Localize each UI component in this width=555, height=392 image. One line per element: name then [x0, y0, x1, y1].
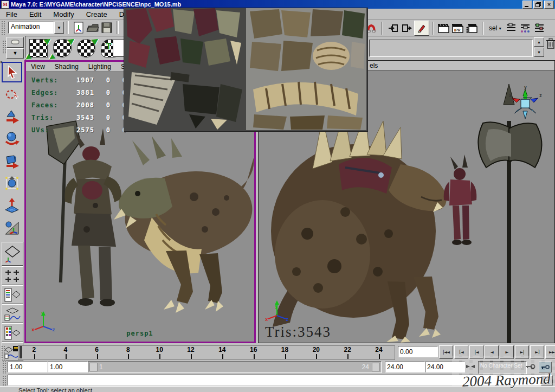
- trash-button[interactable]: [546, 38, 555, 49]
- previous-frame-button[interactable]: |◄: [469, 345, 483, 359]
- selection-mask-dropdown[interactable]: sel ▼: [487, 23, 504, 33]
- playback-controls: |◄◄ [◄ |◄ ◄ ► ►| ►] ►►|: [439, 345, 555, 359]
- shelf-tab-icon: [11, 40, 20, 44]
- new-scene-button[interactable]: [72, 21, 86, 35]
- range-start-label: 1: [99, 363, 103, 371]
- window-title: Maya 7.0: E:\MYGAME\character\NPC\SENCE\…: [11, 1, 181, 8]
- character-set-menu-button[interactable]: [464, 362, 477, 371]
- playback-end-field[interactable]: [385, 362, 425, 372]
- go-to-start-button[interactable]: |◄◄: [439, 345, 453, 359]
- range-slider-drag-handle[interactable]: [2, 360, 7, 374]
- tris-count-readout: Tris:3543: [265, 324, 331, 340]
- scale-tool-button[interactable]: [2, 151, 22, 171]
- time-slider-drag-handle[interactable]: [1, 345, 6, 359]
- render-current-frame-button[interactable]: [437, 21, 451, 35]
- soft-modification-button[interactable]: [2, 195, 22, 216]
- shelf-scroll-down-button[interactable]: ▼: [534, 48, 544, 57]
- universal-manipulator-button[interactable]: [2, 173, 22, 194]
- menu-modify[interactable]: Modify: [47, 10, 80, 19]
- shelf-menu-button[interactable]: ▼: [7, 48, 24, 59]
- lasso-tool-button[interactable]: [2, 84, 22, 105]
- go-to-end-button[interactable]: ►►|: [545, 345, 555, 359]
- mode-selector-dropdown[interactable]: Animation ▼: [8, 22, 64, 34]
- mode-selector-value: Animation: [8, 22, 54, 34]
- layout-hypershade-persp-button[interactable]: [2, 323, 23, 342]
- restore-button[interactable]: [533, 1, 543, 9]
- timeline-tick: 8: [112, 346, 144, 359]
- svg-text:y: y: [275, 304, 278, 309]
- layout-persp-graph-button[interactable]: [2, 304, 23, 323]
- minimize-button[interactable]: [522, 1, 532, 9]
- output-connection-button[interactable]: [400, 21, 414, 35]
- auto-key-icon: [541, 364, 550, 370]
- channel-box-button[interactable]: [518, 21, 532, 35]
- save-scene-button[interactable]: [100, 21, 114, 35]
- key-icon: [526, 364, 535, 369]
- scale-tool-icon: [4, 153, 20, 169]
- view-compass[interactable]: y x z: [508, 86, 543, 120]
- next-frame-button[interactable]: ►|: [515, 345, 529, 359]
- render-globals-icon: [466, 23, 478, 33]
- range-bar[interactable]: 1 24: [88, 361, 382, 373]
- range-slider-row: 1 24 No Character Set: [0, 360, 555, 374]
- viewport-menu-view[interactable]: View: [26, 63, 50, 70]
- hud-label: Verts:: [31, 76, 66, 84]
- shelf-scroll-up-button[interactable]: ▲: [534, 37, 544, 47]
- shelf-item-texture-2[interactable]: ▶▶: [51, 37, 73, 59]
- next-key-button[interactable]: ►]: [530, 345, 544, 359]
- select-tool-button[interactable]: [2, 62, 22, 82]
- layout-outliner-persp-button[interactable]: [2, 285, 23, 304]
- rotate-tool-button[interactable]: [2, 128, 22, 149]
- four-pane-icon: [4, 269, 21, 283]
- shelf-item-texture-3[interactable]: ▶: [75, 37, 97, 59]
- ipr-render-button[interactable]: IPR: [451, 21, 465, 35]
- open-scene-button[interactable]: [86, 21, 100, 35]
- play-forwards-button[interactable]: ►: [500, 345, 514, 359]
- hud-label: UVs:: [31, 126, 66, 134]
- animation-start-field[interactable]: [8, 362, 48, 372]
- toolbar-drag-handle[interactable]: [1, 21, 6, 35]
- chevron-down-icon[interactable]: ▼: [54, 22, 64, 34]
- play-backwards-button[interactable]: ◄: [485, 345, 499, 359]
- close-button[interactable]: ×: [544, 1, 554, 9]
- single-pane-icon: [4, 245, 21, 262]
- set-key-button[interactable]: [525, 362, 537, 371]
- hypershade-persp-icon: [4, 326, 21, 340]
- input-connection-button[interactable]: [386, 21, 400, 35]
- previous-key-button[interactable]: [◄: [454, 345, 468, 359]
- tick-label: 6: [95, 346, 99, 354]
- time-slider-track[interactable]: 2 4 6 8 10 12 14 16 18 20 22 24: [18, 345, 395, 360]
- tool-settings-button[interactable]: [532, 21, 546, 35]
- shelf-tab-button[interactable]: [7, 37, 24, 48]
- menu-file[interactable]: File: [0, 10, 23, 19]
- svg-text:x: x: [265, 317, 268, 322]
- creature-model-right: [271, 111, 447, 343]
- svg-text:y: y: [41, 311, 44, 316]
- tick-label: 20: [313, 346, 320, 354]
- svg-text:IPR: IPR: [454, 28, 461, 32]
- range-end-handle[interactable]: [372, 363, 380, 371]
- viewport-menu-shading[interactable]: Shading: [50, 63, 83, 70]
- render-globals-button[interactable]: [465, 21, 479, 35]
- svg-text:x: x: [509, 93, 512, 98]
- axe-model: [478, 84, 541, 343]
- move-tool-button[interactable]: [2, 106, 22, 127]
- maya-logo-icon: M: [1, 1, 9, 9]
- viewport-menu-lighting[interactable]: Lighting: [83, 63, 116, 70]
- animation-end-field[interactable]: [425, 362, 465, 372]
- layout-four-pane-button[interactable]: [2, 266, 23, 285]
- show-manipulator-button[interactable]: [2, 217, 22, 238]
- tool-settings-icon: [534, 23, 545, 34]
- playback-start-field[interactable]: [48, 362, 88, 372]
- poly-count-hud: Verts:190700 Edges:388100 Faces:200800 T…: [31, 76, 127, 134]
- layout-single-pane-button[interactable]: [2, 242, 23, 266]
- range-start-handle[interactable]: [89, 363, 98, 371]
- time-slider-row: 2 4 6 8 10 12 14 16 18 20 22 24 |◄◄ [◄ |…: [0, 344, 555, 360]
- current-time-field[interactable]: [398, 346, 438, 357]
- menu-create[interactable]: Create: [80, 10, 113, 19]
- menu-edit[interactable]: Edit: [23, 10, 47, 19]
- highlighted-tool-button[interactable]: [414, 21, 429, 36]
- attribute-editor-button[interactable]: [504, 21, 518, 35]
- shelf-item-texture-1[interactable]: ▶▶: [28, 37, 49, 59]
- uv-texture-window[interactable]: [124, 8, 368, 132]
